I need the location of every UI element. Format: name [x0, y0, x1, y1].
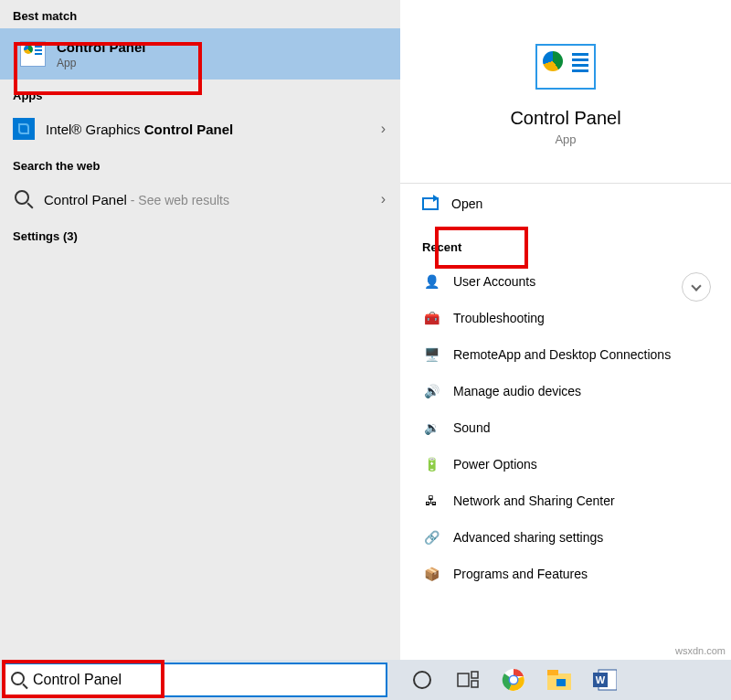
open-icon [422, 197, 439, 210]
recent-item[interactable]: 🔋Power Options [400, 446, 731, 483]
recent-item-icon: 🔊 [422, 382, 440, 400]
file-explorer-icon[interactable] [546, 667, 572, 693]
recent-item-icon: 🔋 [422, 455, 440, 473]
recent-item[interactable]: 🖥️RemoteApp and Desktop Connections [400, 336, 731, 373]
chrome-icon[interactable] [501, 667, 526, 693]
recent-item-label: RemoteApp and Desktop Connections [453, 347, 671, 362]
cortana-icon[interactable] [409, 667, 435, 693]
taskbar: W [0, 660, 731, 700]
recent-item[interactable]: 🖧Network and Sharing Center [400, 483, 731, 519]
control-panel-large-icon [535, 44, 596, 90]
open-label: Open [451, 196, 482, 211]
chevron-down-icon [691, 281, 701, 291]
recent-item-icon: 🖥️ [422, 345, 440, 364]
recent-label: Recent [400, 224, 731, 263]
results-pane: Best match Control Panel App Apps Intel®… [0, 0, 400, 660]
svg-rect-9 [556, 679, 566, 686]
settings-label[interactable]: Settings (3) [0, 220, 400, 252]
best-match-subtitle: App [57, 57, 146, 69]
taskbar-search-box[interactable] [4, 663, 387, 697]
details-pane: Control Panel App Open Recent 👤User Acco… [400, 0, 731, 660]
svg-rect-3 [471, 681, 478, 687]
recent-item[interactable]: 🔊Manage audio devices [400, 373, 731, 409]
svg-point-6 [510, 676, 517, 684]
recent-item[interactable]: 🧰Troubleshooting [400, 300, 731, 336]
recent-item-icon: 📦 [422, 565, 440, 583]
svg-text:W: W [596, 674, 606, 685]
app-result-intel[interactable]: Intel® Graphics Control Panel › [0, 108, 400, 150]
word-icon[interactable]: W [592, 667, 618, 693]
search-icon [15, 190, 33, 208]
recent-item-label: Troubleshooting [453, 311, 545, 325]
web-query: Control Panel [44, 192, 127, 207]
search-input[interactable] [33, 672, 380, 688]
recent-item-label: Network and Sharing Center [453, 493, 615, 508]
apps-label: Apps [0, 80, 400, 108]
recent-item-label: Advanced sharing settings [453, 530, 603, 545]
recent-item-label: Sound [453, 420, 490, 435]
app-label: Intel® Graphics Control Panel [46, 122, 381, 137]
svg-rect-1 [458, 673, 469, 686]
recent-item[interactable]: 📦Programs and Features [400, 556, 731, 592]
recent-item[interactable]: 👤User Accounts [400, 263, 731, 300]
recent-item-icon: 🔉 [422, 419, 440, 437]
control-panel-icon [20, 41, 46, 67]
intel-icon [13, 118, 35, 140]
search-icon [11, 672, 27, 688]
recent-item-icon: 🖧 [422, 492, 440, 510]
best-match-label: Best match [0, 0, 400, 28]
watermark: wsxdn.com [675, 645, 726, 656]
chevron-right-icon[interactable]: › [381, 121, 386, 137]
svg-rect-8 [547, 670, 558, 675]
chevron-right-icon[interactable]: › [381, 191, 386, 207]
expand-button[interactable] [682, 272, 711, 302]
web-search-result[interactable]: Control Panel - See web results › [0, 178, 400, 220]
recent-item-label: User Accounts [453, 274, 535, 289]
task-view-icon[interactable] [455, 667, 481, 693]
best-match-result[interactable]: Control Panel App [0, 28, 400, 80]
recent-item-icon: 👤 [422, 272, 440, 291]
recent-item[interactable]: 🔉Sound [400, 409, 731, 446]
web-label: Search the web [0, 150, 400, 178]
recent-list: 👤User Accounts🧰Troubleshooting🖥️RemoteAp… [400, 263, 731, 592]
details-title: Control Panel [510, 108, 620, 129]
best-match-title: Control Panel [57, 39, 146, 55]
web-hint: - See web results [127, 193, 229, 207]
recent-item-icon: 🧰 [422, 309, 440, 327]
recent-item-label: Manage audio devices [453, 384, 581, 398]
svg-rect-2 [471, 672, 478, 678]
recent-item[interactable]: 🔗Advanced sharing settings [400, 519, 731, 556]
recent-item-label: Power Options [453, 457, 537, 472]
svg-point-0 [414, 672, 430, 688]
recent-item-icon: 🔗 [422, 528, 440, 546]
recent-item-label: Programs and Features [453, 567, 588, 581]
details-subtitle: App [555, 133, 576, 146]
open-button[interactable]: Open [400, 184, 731, 224]
